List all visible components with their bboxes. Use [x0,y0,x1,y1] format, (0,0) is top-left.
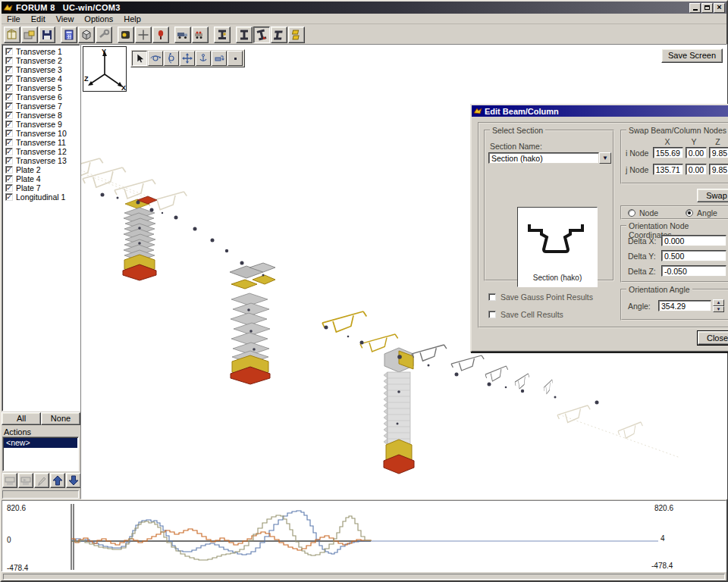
delta-x-field[interactable]: 0.000 [661,235,726,246]
checkbox-icon[interactable]: ✓ [5,175,13,183]
save-cell-checkbox[interactable]: Save Cell Results [487,310,563,319]
point-tool-button[interactable] [228,51,243,66]
vehicle-load-button[interactable] [192,27,209,43]
lamp-button[interactable] [118,27,134,43]
menu-item-edit[interactable]: Edit [26,14,51,23]
element-row-plate-2[interactable]: ✓Plate 2 [4,165,78,174]
open-model-button[interactable] [4,27,20,43]
orbit-horizontal-button[interactable] [148,51,163,66]
j-node-x-field[interactable]: 135.71 [653,164,683,175]
none-button[interactable]: None [41,412,80,425]
checkbox-icon[interactable]: ✓ [5,148,13,155]
j-node-y-field[interactable]: 0.00 [686,164,707,175]
element-row-transverse-10[interactable]: ✓Transverse 10 [4,129,78,138]
move-section-button[interactable] [212,51,227,66]
restore-button[interactable] [701,3,713,13]
app-window: FORUM 8 UC-win/COM3 × FileEditViewOption… [0,0,728,582]
swap-button[interactable]: Swap [697,189,728,202]
element-row-transverse-1[interactable]: ✓Transverse 1 [4,47,78,56]
all-button[interactable]: All [2,412,41,425]
dialog-close-button[interactable]: Close [698,331,728,345]
menu-item-file[interactable]: File [2,14,26,23]
element-row-transverse-13[interactable]: ✓Transverse 13 [4,156,78,165]
action-edit-button[interactable] [34,473,49,488]
spin-up-icon[interactable]: ▲ [713,299,724,306]
delta-z-field[interactable]: -0.050 [661,265,726,277]
minimize-button[interactable] [689,3,701,13]
solid-view-button[interactable] [78,27,95,43]
checkbox-icon[interactable]: ✓ [5,184,13,192]
checkbox-icon[interactable]: ✓ [5,48,13,55]
element-row-longitudinal-1[interactable]: ✓Longitudinal 1 [4,192,78,202]
element-row-transverse-6[interactable]: ✓Transverse 6 [4,92,78,102]
action-play-button[interactable] [18,473,33,488]
checkbox-icon[interactable]: ✓ [5,57,13,64]
checkbox-icon[interactable]: ✓ [5,111,13,119]
calculator-button[interactable] [61,27,77,43]
vehicle-button[interactable] [174,27,191,43]
i-node-x-field[interactable]: 155.69 [653,147,683,158]
element-row-transverse-11[interactable]: ✓Transverse 11 [4,138,78,147]
save-button[interactable] [39,27,55,43]
spin-down-icon[interactable]: ▼ [713,306,724,313]
angle-field[interactable]: 354.29 [658,300,711,311]
checkbox-icon[interactable]: ✓ [5,193,13,201]
checkbox-icon[interactable]: ✓ [5,130,13,137]
element-row-transverse-12[interactable]: ✓Transverse 12 [4,147,78,156]
ibeam-side-button[interactable] [271,27,287,43]
checkbox-icon[interactable]: ✓ [5,102,13,110]
press-button[interactable] [214,27,231,43]
pan-button[interactable] [180,51,195,66]
chart-right-max-label: 820.6 [654,504,673,512]
section-name-combobox[interactable]: Section (hako) ▼ [488,152,611,164]
marker-pin-button[interactable] [152,27,169,43]
i-node-y-field[interactable]: 0.00 [686,147,707,158]
checkbox-icon[interactable]: ✓ [5,66,13,74]
element-row-plate-7[interactable]: ✓Plate 7 [4,183,78,192]
angle-radio[interactable]: Angle [686,208,717,217]
checkbox-icon[interactable]: ✓ [5,93,13,101]
tools-button[interactable] [96,27,112,43]
menu-item-options[interactable]: Options [79,14,118,23]
checkbox-icon[interactable]: ✓ [5,75,13,83]
close-button[interactable]: × [714,3,725,13]
action-up-button[interactable] [50,473,65,488]
viewport-3d[interactable]: Y X Z Save Screen Edit Beam/Column × [80,44,727,499]
anchor-button[interactable] [196,51,211,66]
element-row-transverse-2[interactable]: ✓Transverse 2 [4,56,78,65]
menu-item-help[interactable]: Help [118,14,146,23]
element-row-transverse-8[interactable]: ✓Transverse 8 [4,111,78,120]
checkbox-icon[interactable]: ✓ [5,120,13,128]
save-gauss-checkbox[interactable]: Save Gauss Point Results [487,293,593,302]
action-down-button[interactable] [66,473,81,488]
checkbox-icon[interactable]: ✓ [5,157,13,164]
element-row-plate-4[interactable]: ✓Plate 4 [4,174,78,183]
pointer-tool-button[interactable] [132,51,147,66]
element-row-transverse-4[interactable]: ✓Transverse 4 [4,74,78,83]
close-icon: × [717,3,721,11]
checkbox-icon[interactable]: ✓ [5,84,13,92]
element-row-transverse-9[interactable]: ✓Transverse 9 [4,120,78,129]
i-node-z-field[interactable]: 9.85 [709,147,728,158]
crosshair-button[interactable] [135,27,152,43]
dropdown-arrow-icon[interactable]: ▼ [599,152,611,164]
element-row-transverse-3[interactable]: ✓Transverse 3 [4,65,78,74]
section-list-button[interactable] [288,27,305,43]
menu-item-view[interactable]: View [51,14,80,23]
orbit-vertical-button[interactable] [164,51,179,66]
action-record-button[interactable] [2,473,17,488]
j-node-z-field[interactable]: 9.85 [709,164,728,175]
save-screen-button[interactable]: Save Screen [661,48,723,63]
checkbox-icon[interactable]: ✓ [5,139,13,146]
import-model-button[interactable] [21,27,38,43]
node-radio[interactable]: Node [628,208,658,217]
ibeam-active-button[interactable] [253,27,270,43]
element-row-transverse-7[interactable]: ✓Transverse 7 [4,102,78,111]
i-node-label: i Node [626,149,653,158]
checkbox-icon[interactable]: ✓ [5,166,13,174]
action-item[interactable]: <new> [4,438,77,448]
element-row-transverse-5[interactable]: ✓Transverse 5 [4,83,78,92]
swap-nodes-group: Swap Beam/Column Nodes X Y Z i Node 155.… [620,130,728,184]
delta-y-field[interactable]: 0.500 [661,250,726,261]
ibeam-front-button[interactable] [236,27,253,43]
